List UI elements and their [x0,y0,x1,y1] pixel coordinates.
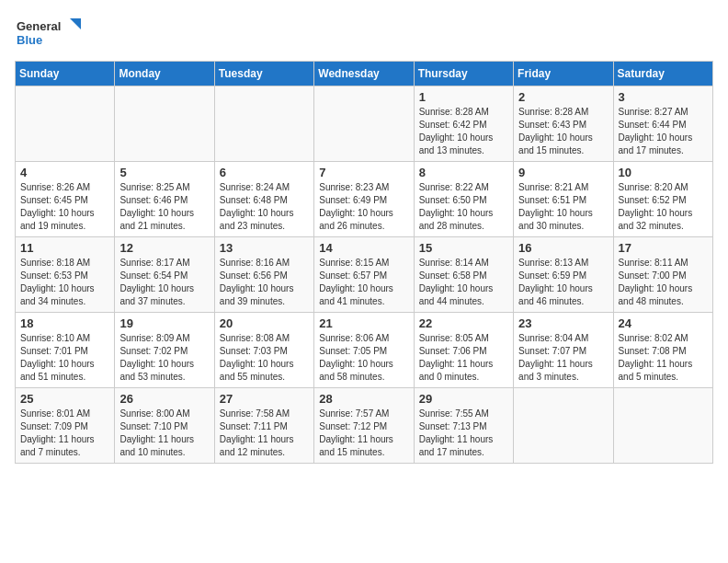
calendar-cell: 5Sunrise: 8:25 AM Sunset: 6:46 PM Daylig… [115,162,214,237]
logo-svg: GeneralBlue [15,15,88,52]
calendar-cell: 12Sunrise: 8:17 AM Sunset: 6:54 PM Dayli… [115,237,214,313]
day-info: Sunrise: 8:10 AM Sunset: 7:01 PM Dayligh… [20,332,109,384]
calendar-cell: 17Sunrise: 8:11 AM Sunset: 7:00 PM Dayli… [613,237,712,313]
day-number: 15 [419,241,508,255]
calendar-cell: 23Sunrise: 8:04 AM Sunset: 7:07 PM Dayli… [514,313,613,388]
day-number: 20 [220,316,309,330]
day-number: 16 [518,241,608,255]
day-info: Sunrise: 8:09 AM Sunset: 7:02 PM Dayligh… [119,332,209,384]
day-info: Sunrise: 8:14 AM Sunset: 6:58 PM Dayligh… [419,257,508,308]
calendar-cell: 1Sunrise: 8:28 AM Sunset: 6:42 PM Daylig… [414,86,513,162]
logo: GeneralBlue [15,15,88,52]
day-number: 28 [319,392,408,406]
calendar-table: SundayMondayTuesdayWednesdayThursdayFrid… [15,61,713,464]
day-number: 8 [419,166,508,179]
day-info: Sunrise: 8:01 AM Sunset: 7:09 PM Dayligh… [20,408,109,459]
day-number: 17 [619,241,708,255]
svg-marker-0 [70,18,81,29]
day-info: Sunrise: 7:57 AM Sunset: 7:12 PM Dayligh… [319,408,408,459]
day-info: Sunrise: 8:04 AM Sunset: 7:07 PM Dayligh… [518,332,608,384]
calendar-week-2: 4Sunrise: 8:26 AM Sunset: 6:45 PM Daylig… [16,162,713,237]
calendar-cell: 20Sunrise: 8:08 AM Sunset: 7:03 PM Dayli… [214,313,313,388]
calendar-cell [115,86,214,162]
day-info: Sunrise: 8:00 AM Sunset: 7:10 PM Dayligh… [119,408,209,459]
day-info: Sunrise: 8:06 AM Sunset: 7:05 PM Dayligh… [319,332,408,384]
calendar-cell [214,86,313,162]
calendar-cell: 21Sunrise: 8:06 AM Sunset: 7:05 PM Dayli… [314,313,414,388]
day-number: 14 [319,241,408,255]
calendar-header-monday: Monday [115,62,214,86]
calendar-header-saturday: Saturday [613,62,712,86]
calendar-header-friday: Friday [514,62,613,86]
day-info: Sunrise: 7:55 AM Sunset: 7:13 PM Dayligh… [419,408,508,459]
svg-text:Blue: Blue [17,33,42,47]
day-number: 24 [619,316,708,330]
calendar-cell: 8Sunrise: 8:22 AM Sunset: 6:50 PM Daylig… [414,162,513,237]
calendar-header-thursday: Thursday [414,62,513,86]
day-number: 13 [220,241,309,255]
calendar-cell: 11Sunrise: 8:18 AM Sunset: 6:53 PM Dayli… [16,237,115,313]
calendar-week-5: 25Sunrise: 8:01 AM Sunset: 7:09 PM Dayli… [16,388,713,464]
calendar-cell [314,86,414,162]
calendar-cell: 22Sunrise: 8:05 AM Sunset: 7:06 PM Dayli… [414,313,513,388]
calendar-cell: 10Sunrise: 8:20 AM Sunset: 6:52 PM Dayli… [613,162,712,237]
calendar-cell [613,388,712,464]
day-info: Sunrise: 8:26 AM Sunset: 6:45 PM Dayligh… [20,181,109,233]
day-number: 3 [619,90,708,104]
calendar-cell: 28Sunrise: 7:57 AM Sunset: 7:12 PM Dayli… [314,388,414,464]
calendar-week-1: 1Sunrise: 8:28 AM Sunset: 6:42 PM Daylig… [16,86,713,162]
calendar-header-row: SundayMondayTuesdayWednesdayThursdayFrid… [16,62,713,86]
day-number: 19 [119,316,209,330]
day-info: Sunrise: 8:25 AM Sunset: 6:46 PM Dayligh… [119,181,209,233]
calendar-cell [16,86,115,162]
header: GeneralBlue [15,15,713,52]
calendar-cell: 15Sunrise: 8:14 AM Sunset: 6:58 PM Dayli… [414,237,513,313]
day-info: Sunrise: 8:22 AM Sunset: 6:50 PM Dayligh… [419,181,508,233]
calendar-cell: 24Sunrise: 8:02 AM Sunset: 7:08 PM Dayli… [613,313,712,388]
calendar-cell: 14Sunrise: 8:15 AM Sunset: 6:57 PM Dayli… [314,237,414,313]
day-info: Sunrise: 8:05 AM Sunset: 7:06 PM Dayligh… [419,332,508,384]
day-info: Sunrise: 8:08 AM Sunset: 7:03 PM Dayligh… [220,332,309,384]
day-info: Sunrise: 8:11 AM Sunset: 7:00 PM Dayligh… [619,257,708,308]
day-info: Sunrise: 8:15 AM Sunset: 6:57 PM Dayligh… [319,257,408,308]
day-info: Sunrise: 7:58 AM Sunset: 7:11 PM Dayligh… [220,408,309,459]
calendar-cell: 18Sunrise: 8:10 AM Sunset: 7:01 PM Dayli… [16,313,115,388]
day-number: 9 [518,166,608,179]
calendar-cell: 13Sunrise: 8:16 AM Sunset: 6:56 PM Dayli… [214,237,313,313]
calendar-week-3: 11Sunrise: 8:18 AM Sunset: 6:53 PM Dayli… [16,237,713,313]
day-number: 18 [20,316,109,330]
day-info: Sunrise: 8:13 AM Sunset: 6:59 PM Dayligh… [518,257,608,308]
calendar-week-4: 18Sunrise: 8:10 AM Sunset: 7:01 PM Dayli… [16,313,713,388]
day-number: 26 [119,392,209,406]
day-number: 10 [619,166,708,179]
calendar-cell: 16Sunrise: 8:13 AM Sunset: 6:59 PM Dayli… [514,237,613,313]
day-info: Sunrise: 8:20 AM Sunset: 6:52 PM Dayligh… [619,181,708,233]
calendar-cell: 29Sunrise: 7:55 AM Sunset: 7:13 PM Dayli… [414,388,513,464]
day-info: Sunrise: 8:16 AM Sunset: 6:56 PM Dayligh… [220,257,309,308]
calendar-cell: 19Sunrise: 8:09 AM Sunset: 7:02 PM Dayli… [115,313,214,388]
day-number: 21 [319,316,408,330]
calendar-cell: 27Sunrise: 7:58 AM Sunset: 7:11 PM Dayli… [214,388,313,464]
day-number: 6 [220,166,309,179]
day-number: 23 [518,316,608,330]
day-number: 7 [319,166,408,179]
day-info: Sunrise: 8:02 AM Sunset: 7:08 PM Dayligh… [619,332,708,384]
day-info: Sunrise: 8:17 AM Sunset: 6:54 PM Dayligh… [119,257,209,308]
day-number: 1 [419,90,508,104]
calendar-cell: 25Sunrise: 8:01 AM Sunset: 7:09 PM Dayli… [16,388,115,464]
day-number: 5 [119,166,209,179]
day-info: Sunrise: 8:18 AM Sunset: 6:53 PM Dayligh… [20,257,109,308]
calendar-cell: 7Sunrise: 8:23 AM Sunset: 6:49 PM Daylig… [314,162,414,237]
day-number: 4 [20,166,109,179]
day-number: 22 [419,316,508,330]
calendar-cell: 26Sunrise: 8:00 AM Sunset: 7:10 PM Dayli… [115,388,214,464]
calendar-header-wednesday: Wednesday [314,62,414,86]
day-number: 29 [419,392,508,406]
calendar-cell [514,388,613,464]
day-info: Sunrise: 8:27 AM Sunset: 6:44 PM Dayligh… [619,106,708,157]
calendar-cell: 3Sunrise: 8:27 AM Sunset: 6:44 PM Daylig… [613,86,712,162]
calendar-header-tuesday: Tuesday [214,62,313,86]
svg-text:General: General [17,19,61,33]
day-info: Sunrise: 8:24 AM Sunset: 6:48 PM Dayligh… [220,181,309,233]
day-number: 2 [518,90,608,104]
